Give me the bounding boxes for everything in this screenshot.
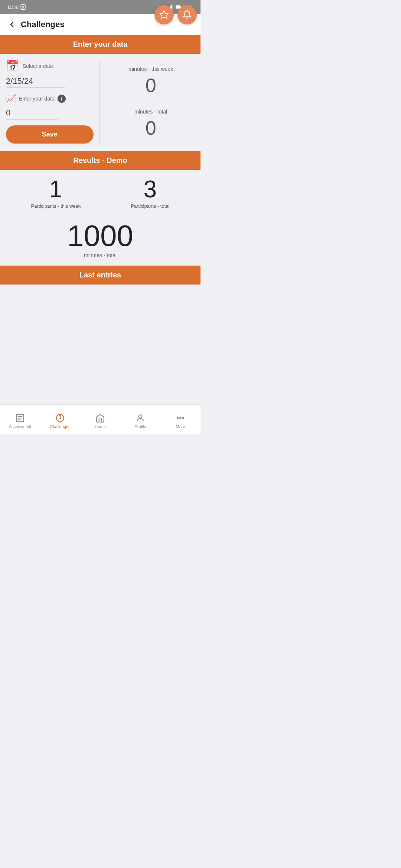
last-entries-banner: Last entries (0, 266, 200, 285)
svg-marker-12 (160, 11, 168, 19)
nav-challenges[interactable]: Challenges (40, 405, 80, 434)
date-input[interactable] (6, 75, 65, 88)
more-icon (176, 413, 185, 423)
sim-icon (20, 4, 26, 10)
badge-button[interactable] (154, 5, 174, 24)
results-banner: Results - Demo (0, 151, 200, 170)
svg-point-21 (183, 417, 184, 418)
nav-more-label: More (176, 424, 185, 429)
left-panel: 📅 Select a date 📈 Enter your data i Save (6, 60, 100, 144)
minutes-this-week-label: minutes - this week (128, 66, 173, 72)
minutes-total-value: 0 (146, 118, 156, 138)
data-entry-section: 📈 Enter your data i (6, 94, 94, 103)
back-icon (7, 20, 16, 29)
notification-button[interactable] (177, 5, 197, 24)
select-date-label: Select a date (23, 63, 53, 69)
svg-rect-2 (22, 7, 25, 7)
info-button[interactable]: i (58, 95, 66, 103)
participants-this-week-value: 1 (49, 177, 63, 201)
svg-rect-3 (22, 8, 23, 9)
participants-total: 3 Participants - total (131, 177, 169, 209)
enter-data-label: Enter your data (19, 96, 55, 102)
bottom-nav: Assessment Challenges Home Profile (0, 404, 200, 434)
participants-this-week: 1 Participants - this week (31, 177, 81, 209)
participants-row: 1 Participants - this week 3 Participant… (6, 177, 195, 209)
back-button[interactable] (6, 19, 18, 30)
assessment-icon (15, 413, 25, 423)
nav-challenges-label: Challenges (50, 424, 70, 429)
right-panel: minutes - this week 0 minutes - total 0 (100, 60, 195, 144)
participants-total-label: Participants - total (131, 203, 169, 209)
svg-point-19 (177, 417, 178, 418)
svg-point-20 (180, 417, 181, 418)
nav-home[interactable]: Home (80, 405, 120, 434)
total-minutes-value: 1000 (67, 221, 133, 251)
minutes-this-week-value: 0 (146, 76, 156, 95)
nav-more[interactable]: More (160, 405, 200, 434)
status-time: 11:32 (7, 4, 26, 10)
header-actions (154, 5, 197, 24)
challenges-icon (55, 413, 65, 423)
home-icon (95, 413, 105, 423)
svg-rect-1 (22, 6, 25, 6)
total-minutes-section: 1000 minutes - total (6, 221, 195, 258)
svg-point-18 (139, 415, 142, 418)
participants-this-week-label: Participants - this week (31, 203, 81, 209)
badge-icon (159, 10, 169, 20)
participants-total-value: 3 (144, 177, 157, 201)
results-panel: 1 Participants - this week 3 Participant… (0, 170, 200, 264)
header: Challenges (0, 14, 200, 35)
enter-data-panel: 📅 Select a date 📈 Enter your data i Save… (0, 54, 200, 149)
minutes-total-label: minutes - total (134, 109, 167, 115)
profile-icon (136, 413, 145, 423)
nav-assessment[interactable]: Assessment (0, 405, 40, 434)
page-title: Challenges (21, 20, 64, 29)
nav-home-label: Home (95, 424, 105, 429)
total-minutes-label: minutes - total (84, 252, 117, 258)
data-input[interactable] (6, 106, 58, 119)
nav-assessment-label: Assessment (9, 424, 31, 429)
save-button[interactable]: Save (6, 125, 94, 144)
chart-icon: 📈 (6, 94, 16, 103)
participants-divider (6, 215, 195, 215)
enter-data-banner: Enter your data (0, 35, 200, 54)
nav-profile[interactable]: Profile (120, 405, 160, 434)
bell-icon (182, 10, 192, 20)
date-section: 📅 Select a date (6, 60, 94, 72)
calendar-icon: 📅 (6, 60, 19, 72)
nav-profile-label: Profile (134, 424, 146, 429)
